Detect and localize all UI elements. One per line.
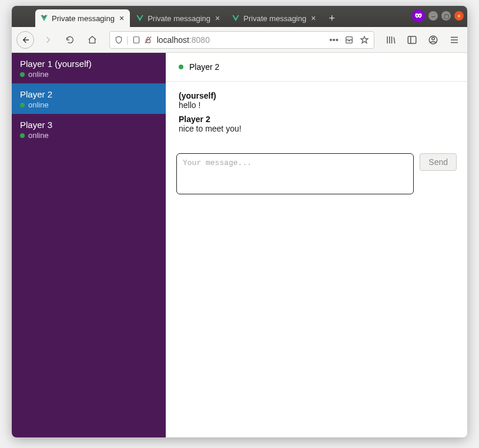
svg-point-0 (417, 15, 418, 16)
send-button[interactable]: Send (420, 153, 457, 171)
message-body: nice to meet you! (179, 124, 454, 133)
user-sidebar: Player 1 (yourself) online Player 2 onli… (12, 53, 166, 437)
url-text: localhost:8080 (157, 35, 325, 45)
star-icon[interactable] (360, 35, 369, 45)
svg-point-9 (432, 37, 435, 40)
vue-icon (136, 14, 144, 22)
sidebar-user-item[interactable]: Player 2 online (12, 83, 166, 114)
tab-title: Private messaging (52, 14, 115, 23)
lock-open-icon (144, 36, 152, 44)
url-action-icons: ••• (329, 35, 369, 45)
close-icon[interactable]: × (310, 14, 317, 22)
browser-tab[interactable]: Private messaging × (131, 9, 226, 27)
user-status: online (20, 131, 158, 140)
svg-rect-6 (408, 36, 416, 43)
app-content: Player 1 (yourself) online Player 2 onli… (12, 53, 467, 437)
browser-tab[interactable]: Private messaging × (35, 9, 130, 27)
window-controls: – ▢ × (412, 9, 464, 22)
minimize-button[interactable]: – (428, 11, 438, 21)
user-name: Player 3 (20, 120, 158, 130)
toolbar-right (383, 32, 463, 48)
tab-title: Private messaging (148, 14, 210, 23)
message-sender: Player 2 (179, 114, 454, 124)
user-status: online (20, 100, 158, 109)
compose-row: Send (166, 147, 467, 200)
status-label: online (28, 70, 49, 79)
account-icon[interactable] (425, 32, 441, 48)
url-host: localhost (157, 35, 189, 45)
home-button[interactable] (83, 31, 101, 49)
sidebar-user-item[interactable]: Player 1 (yourself) online (12, 53, 166, 83)
new-tab-button[interactable]: + (323, 9, 341, 27)
sidebar-user-item[interactable]: Player 3 online (12, 114, 166, 144)
url-bar[interactable]: | localhost:8080 ••• (109, 31, 374, 49)
toolbar: | localhost:8080 ••• (12, 27, 467, 53)
message-input[interactable] (176, 153, 414, 194)
maximize-button[interactable]: ▢ (441, 11, 451, 21)
browser-tab[interactable]: Private messaging × (227, 9, 321, 27)
titlebar: Private messaging × Private messaging × … (12, 6, 467, 27)
status-label: online (28, 100, 49, 109)
chat-header: Player 2 (166, 53, 467, 82)
url-port: :8080 (189, 35, 210, 45)
back-button[interactable] (16, 31, 34, 49)
svg-point-1 (419, 15, 420, 16)
menu-icon[interactable] (446, 32, 463, 48)
sidebar-icon[interactable] (404, 32, 420, 48)
library-icon[interactable] (383, 32, 399, 48)
reload-button[interactable] (61, 31, 79, 49)
user-status: online (20, 70, 158, 79)
tab-strip: Private messaging × Private messaging × … (12, 6, 341, 27)
chat-header-name: Player 2 (189, 62, 219, 72)
forward-button[interactable] (39, 31, 56, 49)
vue-icon (232, 14, 240, 22)
online-dot-icon (20, 72, 25, 77)
url-security-icons: | (115, 35, 152, 45)
browser-window: Private messaging × Private messaging × … (12, 6, 467, 437)
private-browsing-icon (412, 9, 425, 22)
close-icon[interactable]: × (214, 14, 221, 22)
tab-title: Private messaging (243, 14, 306, 23)
meatballs-icon[interactable]: ••• (329, 35, 339, 45)
message: Player 2 nice to meet you! (179, 114, 454, 133)
online-dot-icon (20, 103, 25, 107)
message-body: hello ! (179, 100, 454, 110)
page-info-icon[interactable] (132, 36, 140, 44)
svg-rect-2 (133, 36, 139, 43)
reader-icon[interactable] (344, 35, 354, 45)
close-window-button[interactable]: × (454, 11, 464, 21)
message-sender: (yourself) (179, 91, 454, 100)
close-icon[interactable]: × (118, 14, 125, 22)
status-label: online (28, 131, 49, 140)
vue-icon (40, 14, 48, 22)
message-list: (yourself) hello ! Player 2 nice to meet… (166, 82, 467, 147)
user-name: Player 2 (20, 89, 158, 99)
online-dot-icon (20, 133, 25, 138)
shield-icon (115, 36, 123, 44)
message: (yourself) hello ! (179, 91, 454, 110)
chat-main: Player 2 (yourself) hello ! Player 2 nic… (166, 53, 467, 437)
user-name: Player 1 (yourself) (20, 59, 158, 69)
online-dot-icon (179, 65, 183, 69)
